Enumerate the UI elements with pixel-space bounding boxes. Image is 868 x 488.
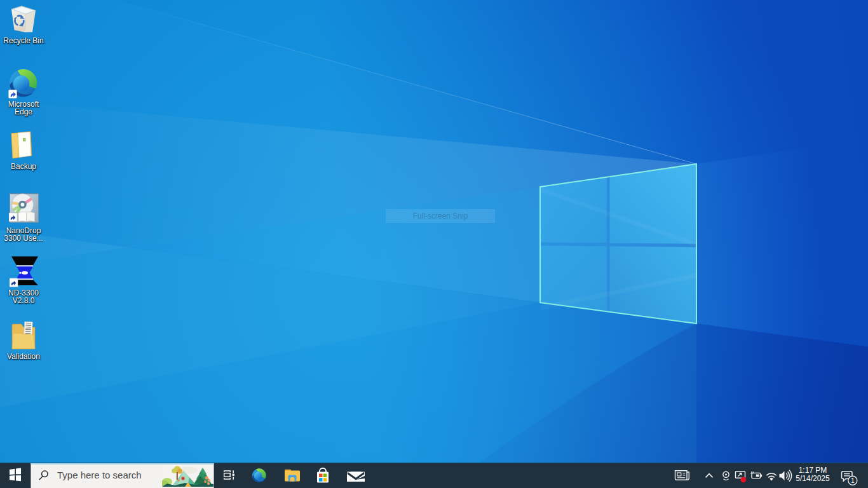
svg-text:1: 1: [851, 477, 855, 484]
